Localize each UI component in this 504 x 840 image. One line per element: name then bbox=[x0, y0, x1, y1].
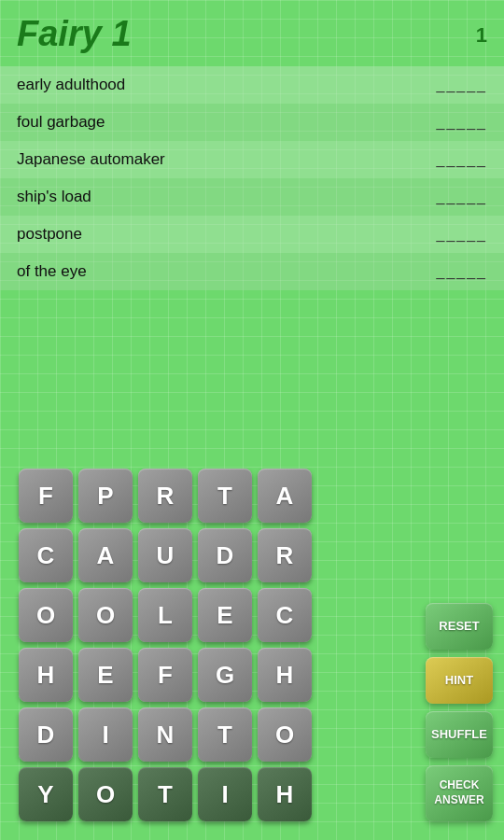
reset-button[interactable]: RESET bbox=[426, 603, 493, 650]
shuffle-button[interactable]: SHUFFLE bbox=[426, 711, 493, 758]
letter-tile[interactable]: O bbox=[78, 767, 133, 821]
letter-tile[interactable]: R bbox=[138, 469, 192, 523]
letter-tile[interactable]: T bbox=[198, 707, 252, 762]
letter-tile[interactable]: P bbox=[78, 469, 133, 523]
clue-row[interactable]: of the eye_____ bbox=[0, 253, 504, 290]
letter-tile[interactable]: I bbox=[198, 767, 252, 821]
hint-button[interactable]: HINT bbox=[426, 657, 493, 704]
clue-row[interactable]: ship's load_____ bbox=[0, 178, 504, 216]
clue-row[interactable]: foul garbage_____ bbox=[0, 104, 504, 141]
clue-row[interactable]: early adulthood_____ bbox=[0, 66, 504, 104]
clue-blanks: _____ bbox=[437, 114, 488, 131]
letter-grid: FPRTACAUDROOLECHEFGHDINTOYOTIH bbox=[19, 469, 312, 821]
clue-text: early adulthood bbox=[17, 76, 437, 94]
letter-tile[interactable]: O bbox=[19, 588, 73, 642]
letter-tile[interactable]: R bbox=[258, 528, 312, 582]
clue-blanks: _____ bbox=[437, 151, 488, 168]
letter-tile[interactable]: G bbox=[198, 648, 252, 702]
letter-tile[interactable]: T bbox=[198, 469, 252, 523]
buttons-area: RESET HINT SHUFFLE CHECKANSWER bbox=[426, 603, 493, 821]
clue-blanks: _____ bbox=[437, 189, 488, 205]
letter-tile[interactable]: D bbox=[19, 707, 73, 762]
letter-tile[interactable]: F bbox=[19, 469, 73, 523]
letter-tile[interactable]: Y bbox=[19, 767, 73, 821]
clue-text: Japanese automaker bbox=[17, 150, 437, 169]
clue-blanks: _____ bbox=[437, 77, 488, 93]
letter-tile[interactable]: I bbox=[78, 707, 133, 762]
clue-blanks: _____ bbox=[437, 226, 488, 243]
letter-tile[interactable]: O bbox=[258, 707, 312, 762]
level-number: 1 bbox=[476, 23, 487, 48]
letter-tile[interactable]: H bbox=[258, 648, 312, 702]
letter-tile[interactable]: A bbox=[78, 528, 133, 582]
letter-tile[interactable]: H bbox=[19, 648, 73, 702]
clue-row[interactable]: Japanese automaker_____ bbox=[0, 141, 504, 178]
letter-tile[interactable]: C bbox=[258, 588, 312, 642]
letter-tile[interactable]: H bbox=[258, 767, 312, 821]
letter-tile[interactable]: U bbox=[138, 528, 192, 582]
clue-blanks: _____ bbox=[437, 263, 488, 280]
letter-tile[interactable]: E bbox=[198, 588, 252, 642]
letter-tile[interactable]: E bbox=[78, 648, 133, 702]
game-title: Fairy 1 bbox=[17, 14, 132, 54]
letter-tile[interactable]: O bbox=[78, 588, 133, 642]
letter-tile[interactable]: A bbox=[258, 469, 312, 523]
letter-tile[interactable]: F bbox=[138, 648, 192, 702]
clue-text: ship's load bbox=[17, 188, 437, 206]
clue-text: foul garbage bbox=[17, 113, 437, 132]
header: Fairy 1 1 bbox=[0, 0, 504, 59]
letter-tile[interactable]: D bbox=[198, 528, 252, 582]
letter-tile[interactable]: N bbox=[138, 707, 192, 762]
check-answer-button[interactable]: CHECKANSWER bbox=[426, 765, 493, 821]
letter-tile[interactable]: T bbox=[138, 767, 192, 821]
letter-tile[interactable]: L bbox=[138, 588, 192, 642]
clue-row[interactable]: postpone_____ bbox=[0, 216, 504, 253]
clue-text: of the eye bbox=[17, 262, 437, 281]
clue-text: postpone bbox=[17, 225, 437, 244]
clues-section: early adulthood_____foul garbage_____Jap… bbox=[0, 66, 504, 290]
letter-tile[interactable]: C bbox=[19, 528, 73, 582]
